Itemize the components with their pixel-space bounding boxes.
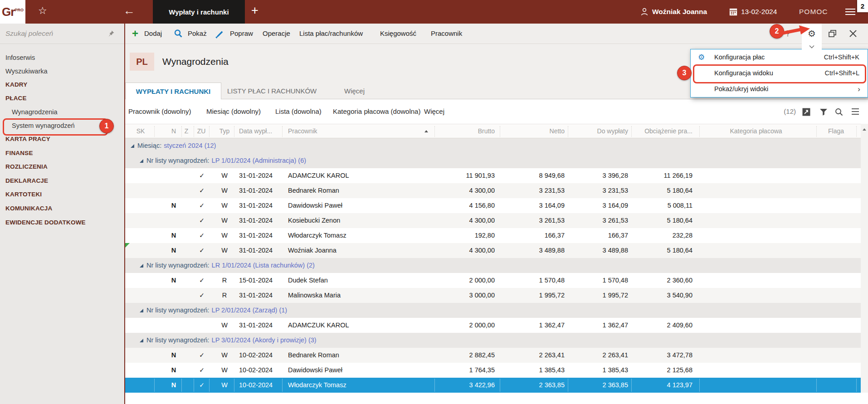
menu-item-konfiguracja-plac[interactable]: ⚙ Konfiguracja płac Ctrl+Shift+K (691, 49, 868, 65)
accounting-menu[interactable]: Księgowość (380, 24, 416, 44)
payroll-lists-menu[interactable]: Lista płac/rachunków (299, 24, 363, 44)
table-row[interactable]: N✓W31-01-2024Włodarczyk Tomasz192,80166,… (125, 228, 861, 243)
col-netto[interactable]: Netto (492, 124, 565, 138)
filter-kategoria-p-acowa-dowolna[interactable]: Kategoria płacowa (dowolna) (333, 99, 420, 124)
sidebar-item-finanse[interactable]: FINANSE (0, 147, 124, 160)
filter-wi-cej[interactable]: Więcej (424, 99, 444, 124)
group-row[interactable]: Nr listy wynagrodzeń:LP 3/01/2024 (Akord… (125, 333, 861, 348)
search-input[interactable]: Szukaj poleceń (5, 24, 53, 44)
operations-menu[interactable]: Operacje (263, 24, 290, 44)
group-row[interactable]: Nr listy wynagrodzeń:LP 1/01/2024 (Admin… (125, 153, 861, 168)
current-date[interactable]: 13-02-2024 (741, 0, 777, 24)
table-row[interactable]: N✓W31-01-2024Dawidowski Paweł4 156,803 1… (125, 198, 861, 213)
cell-brutto: 4 300,00 (422, 243, 495, 258)
favorite-star-icon[interactable]: ☆ (38, 5, 47, 17)
cell-data-wyplaty: 15-01-2024 (239, 273, 284, 288)
col-kategoria-placowa[interactable]: Kategoria płacowa (711, 124, 801, 138)
sidebar-item-wynagrodzenia[interactable]: Wynagrodzenia (0, 106, 124, 118)
window-tab[interactable]: Wypłaty i rachunki (153, 0, 245, 24)
sidebar-item-infoserwis[interactable]: Infoserwis (0, 51, 124, 64)
filter-funnel-icon[interactable] (819, 107, 828, 118)
tab-wyplaty-i-rachunki[interactable]: WYPŁATY I RACHUNKI (125, 83, 221, 99)
col-obciazenie[interactable]: Obciążenie pra... (620, 124, 692, 138)
col-typ[interactable]: Typ (217, 124, 232, 138)
annotation-step1-number: 1 (105, 122, 109, 130)
show-button[interactable]: Pokaż (188, 24, 207, 44)
filter-lista-dowolna[interactable]: Lista (dowolna) (275, 99, 322, 124)
col-n[interactable]: N (167, 124, 180, 138)
collapse-triangle-icon[interactable] (140, 264, 143, 268)
edit-button[interactable]: Popraw (230, 24, 253, 44)
menu-item-konfiguracja-widoku[interactable]: Konfiguracja widoku Ctrl+Shift+L (691, 65, 868, 81)
vertical-scrollbar[interactable] (861, 124, 868, 393)
add-button[interactable]: Dodaj (144, 24, 162, 44)
table-row[interactable]: ✓W31-01-2024Kosiebucki Zenon4 300,003 26… (125, 213, 861, 228)
sidebar-item-kadry[interactable]: KADRY (0, 78, 124, 91)
col-data-wyplaty[interactable]: Data wypł... (239, 124, 282, 138)
col-brutto[interactable]: Brutto (422, 124, 495, 138)
restore-window-icon[interactable] (828, 29, 837, 39)
filter-pracownik-dowolny[interactable]: Pracownik (dowolny) (128, 99, 191, 124)
export-icon[interactable] (802, 107, 811, 118)
command-search[interactable]: Szukaj poleceń (0, 24, 124, 44)
filter-miesi-c-dowolny[interactable]: Miesiąc (dowolny) (206, 99, 261, 124)
table-row[interactable]: N✓W31-01-2024Woźniak Joanna4 300,003 489… (125, 243, 861, 258)
sidebar-item-kartoteki[interactable]: KARTOTEKI (0, 188, 124, 201)
cell-data-wyplaty: 10-02-2024 (239, 378, 284, 393)
column-separator (194, 379, 194, 392)
col-zu[interactable]: ZU (195, 124, 208, 138)
gear-dropdown-anchor[interactable] (802, 44, 822, 49)
cell-brutto: 4 156,80 (422, 198, 495, 213)
table-row[interactable]: ✓W31-01-2024ADAMCZUK KAROL11 901,938 949… (125, 168, 861, 183)
menu-item-pokaz-ukryj-widoki[interactable]: Pokaż/ukryj widoki › (691, 81, 868, 97)
current-user[interactable]: Woźniak Joanna (652, 0, 707, 24)
col-pracownik[interactable]: Pracownik (288, 124, 419, 138)
chevron-down-icon (809, 45, 815, 49)
hamburger-menu-icon[interactable] (844, 8, 856, 18)
table-row[interactable]: N✓W10-02-2024Dawidowski Paweł1 764,351 3… (125, 363, 861, 378)
collapse-triangle-icon[interactable] (131, 144, 134, 148)
notification-badge[interactable]: 2 (857, 0, 868, 12)
group-row[interactable]: Nr listy wynagrodzeń:LP 2/01/2024 (Zarzą… (125, 303, 861, 318)
group-row[interactable]: Miesiąc:styczeń 2024 (12) (125, 138, 861, 153)
cell-typ: W (217, 348, 232, 363)
group-label: Nr listy wynagrodzeń: (146, 336, 210, 344)
collapse-triangle-icon[interactable] (140, 309, 143, 312)
sidebar-item-ewidencje-dodatkowe[interactable]: EWIDENCJE DODATKOWE (0, 216, 124, 229)
sidebar-item-wyszukiwarka[interactable]: Wyszukiwarka (0, 65, 124, 78)
sidebar-item-karta-pracy[interactable]: KARTA PRACY (0, 133, 124, 146)
pin-icon[interactable] (107, 29, 115, 39)
table-row-selected[interactable]: N✓W10-02-2024Włodarczyk Tomasz3 422,962 … (125, 378, 861, 393)
cell-netto: 2 363,85 (492, 378, 565, 393)
scroll-up-icon[interactable] (863, 128, 866, 131)
table-row[interactable]: N✓W10-02-2024Bednarek Roman2 882,452 263… (125, 348, 861, 363)
employee-menu[interactable]: Pracownik (431, 24, 462, 44)
collapse-triangle-icon[interactable] (140, 339, 143, 342)
col-flaga[interactable]: Flaga (790, 124, 844, 138)
collapse-triangle-icon[interactable] (140, 159, 143, 163)
help-menu[interactable]: POMOC (799, 0, 828, 24)
close-icon[interactable] (849, 29, 857, 39)
tab-more[interactable]: Więcej (344, 83, 365, 99)
sidebar-item-deklaracje[interactable]: DEKLARACJE (0, 175, 124, 187)
sidebar-item-komunikacja[interactable]: KOMUNIKACJA (0, 202, 124, 215)
table-row[interactable]: ✓W31-01-2024Bednarek Roman4 300,003 231,… (125, 183, 861, 198)
table-row[interactable]: W31-01-2024ADAMCZUK KAROL2 000,001 362,4… (125, 318, 861, 333)
col-z[interactable]: Z (180, 124, 192, 138)
search-icon[interactable] (834, 107, 844, 118)
group-row[interactable]: Nr listy wynagrodzeń:LR 1/01/2024 (Lista… (125, 258, 861, 273)
col-sk[interactable]: SK (132, 124, 150, 138)
content-panel: Pracownik (dowolny)Miesiąc (dowolny)List… (125, 99, 868, 404)
table-row[interactable]: N✓R15-01-2024Dudek Stefan2 000,001 570,4… (125, 273, 861, 288)
tab-listy-plac-i-rachunkow[interactable]: LISTY PŁAC I RACHUNKÓW (227, 83, 317, 99)
sidebar-item-p-ace[interactable]: PŁACE (0, 92, 124, 105)
column-separator (234, 126, 234, 137)
back-arrow-icon[interactable]: ← (123, 4, 135, 18)
tab-active-label: WYPŁATY I RACHUNKI (136, 88, 210, 95)
sidebar-item-rozliczenia[interactable]: ROZLICZENIA (0, 161, 124, 173)
new-tab-plus-icon[interactable]: + (251, 4, 258, 18)
table-row[interactable]: ✓R31-01-2024Malinowska Maria3 000,001 99… (125, 288, 861, 303)
list-options-icon[interactable] (851, 107, 860, 117)
column-separator (282, 379, 283, 392)
col-do-wyplaty[interactable]: Do wypłaty (556, 124, 628, 138)
